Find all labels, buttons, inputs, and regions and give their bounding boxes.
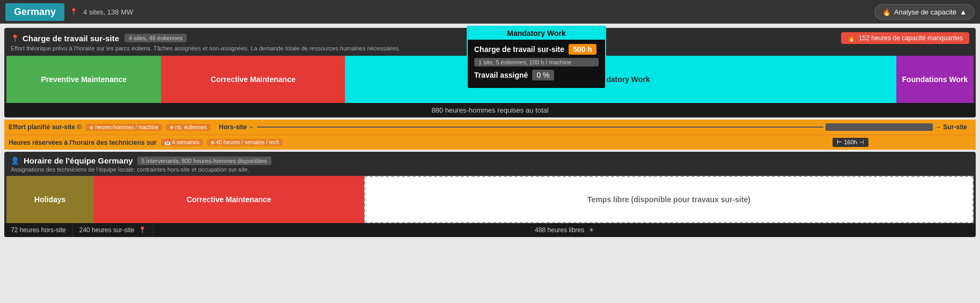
tooltip-assigned-label: Travail assigné <box>474 71 528 79</box>
analyse-button[interactable]: 🔥 Analyse de capacité ▲ <box>874 4 975 20</box>
arrow-right-label: → Sur-site <box>935 123 967 131</box>
heures-tag2: ⊕ 40 heures / semaine / tech <box>207 139 283 146</box>
bar-corrective-team[interactable]: Corrective Maintenance <box>93 176 364 223</box>
effort-tag2: ⊕ nb. éoliennes <box>166 124 211 131</box>
chevron-up-icon: ▲ <box>960 8 967 16</box>
horaire-header: 👤 Horaire de l'équipe Germany 5 interven… <box>4 152 976 166</box>
bar-holidays[interactable]: Holidays <box>6 176 93 223</box>
bar-corrective[interactable]: Corrective Maintenance <box>161 56 345 103</box>
flame-icon-alert: 🔥 <box>848 34 856 42</box>
tooltip-overlay: Mandatory Work Charge de travail sur-sit… <box>467 26 606 89</box>
flame-icon: 🔥 <box>882 8 891 16</box>
effort-section: Effort planifié sur-site © ⊕ heures-homm… <box>4 120 976 150</box>
horaire-badge: 5 intervenants, 800 heures-hommes dispon… <box>137 157 271 165</box>
person-icon-horaire: 👤 <box>11 157 19 165</box>
effort-row: Effort planifié sur-site © ⊕ heures-homm… <box>4 120 976 135</box>
sun-icon-stat: ☀ <box>588 226 594 234</box>
alert-badge: 🔥 152 heures de capacité manquantes <box>841 32 969 44</box>
tooltip-charge-label: Charge de travail sur-site <box>474 45 564 54</box>
tooltip-charge-value: 500 h <box>569 44 596 55</box>
clock-icon: ⊕ <box>210 139 215 145</box>
page-title: Germany <box>5 3 64 21</box>
stat-sur-site: 240 heures sur-site 📍 <box>73 223 153 237</box>
team-bars: Holidays Corrective Maintenance Temps li… <box>6 176 974 223</box>
effort-label: Effort planifié sur-site © <box>9 123 82 131</box>
charge-badge: 4 sites, 46 éoliennes <box>124 34 187 42</box>
heures-indicator: ⊢ 160h ⊣ <box>832 138 868 147</box>
bar-mandatory[interactable]: Mandatory Work <box>345 56 896 103</box>
footer-stats: 72 heures hors-site 240 heures sur-site … <box>4 223 976 237</box>
tooltip-title: Mandatory Work <box>468 27 605 40</box>
main-content: Mandatory Work Charge de travail sur-sit… <box>0 24 980 241</box>
circle-icon: ⊕ <box>89 124 93 130</box>
tooltip-assigned-value: 0 % <box>532 70 554 80</box>
total-bar: 880 heures-hommes requises au total <box>4 103 976 117</box>
pin-icon-charge: 📍 <box>11 34 19 42</box>
stat-libres: 488 heures libres ☀ <box>153 223 976 237</box>
circle-icon2: ⊕ <box>170 124 174 130</box>
heures-label: Heures réservées à l'horaire des technic… <box>9 139 157 146</box>
bar-free[interactable]: Temps libre (disponible pour travaux sur… <box>364 176 974 223</box>
calendar-icon: 📅 <box>164 139 171 145</box>
header-bar: Germany 📍 4 sites, 138 MW 🔥 Analyse de c… <box>0 0 980 24</box>
arrow-left-label: Hors-site ← <box>219 123 255 131</box>
tooltip-sub: 1 site, 5 éoliennes, 100 h / machine <box>474 58 599 66</box>
stat-hors-site: 72 heures hors-site <box>4 223 73 237</box>
bar-foundations[interactable]: Foundations Work <box>896 56 974 103</box>
horaire-subtitle: Assignations des techniciens de l'équipe… <box>4 166 976 176</box>
heures-row: Heures réservées à l'horaire des technic… <box>4 135 976 150</box>
heures-tag1: 📅 4 semaines <box>161 139 203 146</box>
charge-title: Charge de travail sur-site <box>23 34 119 43</box>
horaire-title: Horaire de l'équipe Germany <box>24 156 133 165</box>
effort-tag1: ⊕ heures-hommes / machine <box>86 124 161 131</box>
bar-preventive[interactable]: Preventive Maintenance <box>6 56 161 103</box>
pin-icon-stat: 📍 <box>138 226 146 234</box>
location-info: 4 sites, 138 MW <box>83 8 133 16</box>
horaire-section: 👤 Horaire de l'équipe Germany 5 interven… <box>4 152 976 237</box>
